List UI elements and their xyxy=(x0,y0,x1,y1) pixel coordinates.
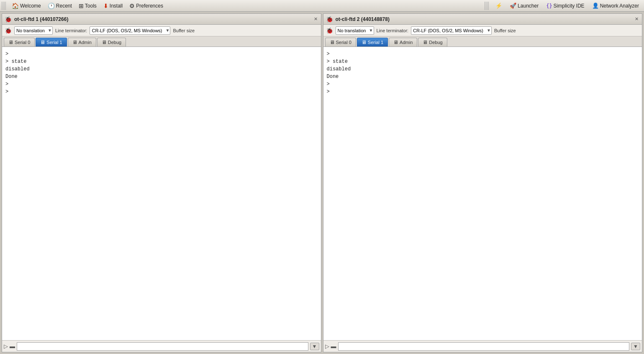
panel-1-translation-select[interactable]: No translation xyxy=(14,26,53,35)
panel-2-tab-serial0-label: Serial 0 xyxy=(336,40,352,45)
p2-debug-icon: 🖥 xyxy=(423,39,428,45)
panel-1-tab-serial0-label: Serial 0 xyxy=(15,40,30,45)
panel-2-tab-serial1[interactable]: 🖥 Serial 1 xyxy=(357,38,388,47)
launcher-button[interactable]: 🚀 Launcher xyxy=(506,2,542,10)
panel-1-titlebar: 🐞 ot-cli-ftd 1 (440107266) ✕ xyxy=(2,14,321,25)
welcome-button[interactable]: 🏠 Welcome xyxy=(8,2,44,10)
panel-2-input-dropdown[interactable]: ▼ xyxy=(631,343,640,350)
network-analyzer-label: Network Analyzer xyxy=(600,3,639,9)
panel-2-tab-serial1-label: Serial 1 xyxy=(368,40,383,45)
panel-1-lineterm-select[interactable]: CR-LF (DOS, OS/2, MS Windows) LF (Unix) … xyxy=(90,26,170,35)
panel-1-lineterm-wrapper: CR-LF (DOS, OS/2, MS Windows) LF (Unix) … xyxy=(90,26,170,35)
panel-2-tab-debug[interactable]: 🖥 Debug xyxy=(418,38,447,47)
tools-button[interactable]: ⊞ Tools xyxy=(75,2,100,10)
lightning-icon: ⚡ xyxy=(495,3,502,9)
panel-2-toolbar: 🐞 No translation ▼ Line terminator: CR-L… xyxy=(323,25,642,36)
panel-2-bufsize-label: Buffer size xyxy=(494,28,516,33)
panel-1-input-field[interactable] xyxy=(17,342,308,351)
simplicity-ide-label: Simplicity IDE xyxy=(554,3,585,9)
panel-1-device-icon: 🐞 xyxy=(5,16,12,23)
clock-icon: 🕐 xyxy=(48,3,55,9)
panel-1: 🐞 ot-cli-ftd 1 (440107266) ✕ 🐞 No transl… xyxy=(2,13,321,352)
install-label: Install xyxy=(110,3,123,9)
panel-2-titlebar: 🐞 ot-cli-ftd 2 (440148878) ✕ xyxy=(323,14,642,25)
panel-2-input-bar: ▷ ▬ ▼ xyxy=(323,340,642,352)
panel-1-tab-serial1[interactable]: 🖥 Serial 1 xyxy=(36,38,67,47)
network-icon: 👤 xyxy=(592,3,599,9)
panel-2-input-field[interactable] xyxy=(338,342,630,351)
panel-1-close-button[interactable]: ✕ xyxy=(313,16,318,22)
panel-1-toolbar: 🐞 No translation ▼ Line terminator: CR-L… xyxy=(2,25,321,36)
panel-2-translation-select[interactable]: No translation xyxy=(336,26,374,35)
toolbar-grip-right xyxy=(485,2,490,10)
home-icon: 🏠 xyxy=(12,3,19,9)
braces-icon: {} xyxy=(546,3,552,9)
panel-1-prompt-icon: ▷ xyxy=(4,343,8,349)
panel-2-device-icon: 🐞 xyxy=(326,16,333,23)
panel-2-title: ot-cli-ftd 2 (440148878) xyxy=(336,16,632,22)
panel-2-translation-wrapper: No translation ▼ xyxy=(336,26,374,35)
launcher-icon-button[interactable]: ⚡ xyxy=(492,2,505,10)
panel-2-close-button[interactable]: ✕ xyxy=(634,16,639,22)
panel-2-tabs: 🖥 Serial 0 🖥 Serial 1 🖥 Admin 🖥 Debug xyxy=(323,36,642,47)
main-toolbar: 🏠 Welcome 🕐 Recent ⊞ Tools ⬇ Install ⚙ P… xyxy=(0,0,644,12)
recent-label: Recent xyxy=(56,3,72,9)
panel-1-tab-debug-label: Debug xyxy=(108,40,121,45)
panel-1-terminal[interactable]: > > state disabled Done > > xyxy=(2,47,321,340)
panel-2-tab-debug-label: Debug xyxy=(429,40,442,45)
panel-1-input-bar: ▷ ▬ ▼ xyxy=(2,340,321,352)
panel-1-tab-admin[interactable]: 🖥 Admin xyxy=(68,38,96,47)
serial0-icon: 🖥 xyxy=(8,39,13,45)
panel-2-translate-icon: 🐞 xyxy=(326,27,333,34)
admin-icon: 🖥 xyxy=(72,39,77,45)
install-button[interactable]: ⬇ Install xyxy=(100,2,126,10)
welcome-label: Welcome xyxy=(20,3,41,9)
p2-serial1-icon: 🖥 xyxy=(362,39,367,45)
main-area: 🐞 ot-cli-ftd 1 (440107266) ✕ 🐞 No transl… xyxy=(0,12,644,354)
panel-1-tabs: 🖥 Serial 0 🖥 Serial 1 🖥 Admin 🖥 Debug xyxy=(2,36,321,47)
serial1-icon: 🖥 xyxy=(40,39,45,45)
panel-2-terminal[interactable]: > > state disabled Done > > xyxy=(323,47,642,340)
tools-label: Tools xyxy=(85,3,97,9)
preferences-label: Preferences xyxy=(136,3,163,9)
panel-1-input-dropdown[interactable]: ▼ xyxy=(310,343,319,350)
gear-icon: ⚙ xyxy=(129,3,135,9)
panel-2-lineterm-wrapper: CR-LF (DOS, OS/2, MS Windows) LF (Unix) … xyxy=(411,26,492,35)
recent-button[interactable]: 🕐 Recent xyxy=(44,2,75,10)
panel-1-lineterm-label: Line terminator: xyxy=(55,28,87,33)
simplicity-ide-button[interactable]: {} Simplicity IDE xyxy=(543,2,588,10)
panel-2-tab-admin-label: Admin xyxy=(400,40,413,45)
panel-1-translate-icon: 🐞 xyxy=(5,27,12,34)
p2-admin-icon: 🖥 xyxy=(393,39,398,45)
grid-icon: ⊞ xyxy=(79,3,84,9)
panel-2: 🐞 ot-cli-ftd 2 (440148878) ✕ 🐞 No transl… xyxy=(323,13,643,352)
panel-2-lineterm-label: Line terminator: xyxy=(377,28,408,33)
p2-serial0-icon: 🖥 xyxy=(330,39,335,45)
panel-1-tab-serial1-label: Serial 1 xyxy=(46,40,62,45)
panel-1-terminal-icon: ▬ xyxy=(10,343,15,349)
launcher-label: Launcher xyxy=(518,3,539,9)
panel-2-tab-serial0[interactable]: 🖥 Serial 0 xyxy=(325,38,356,47)
download-icon: ⬇ xyxy=(103,3,108,9)
toolbar-grip-left xyxy=(2,2,7,10)
panel-2-tab-admin[interactable]: 🖥 Admin xyxy=(389,38,417,47)
panel-2-lineterm-select[interactable]: CR-LF (DOS, OS/2, MS Windows) LF (Unix) … xyxy=(411,26,492,35)
panel-1-tab-debug[interactable]: 🖥 Debug xyxy=(97,38,126,47)
toolbar-right-area: ⚡ 🚀 Launcher {} Simplicity IDE 👤 Network… xyxy=(485,2,642,10)
panel-1-translation-wrapper: No translation ▼ xyxy=(14,26,53,35)
panel-2-terminal-icon: ▬ xyxy=(331,343,336,349)
preferences-button[interactable]: ⚙ Preferences xyxy=(126,2,167,10)
rocket-icon: 🚀 xyxy=(510,3,516,9)
panel-1-tab-admin-label: Admin xyxy=(79,40,92,45)
panel-1-title: ot-cli-ftd 1 (440107266) xyxy=(14,16,310,22)
network-analyzer-button[interactable]: 👤 Network Analyzer xyxy=(589,2,642,10)
panel-1-tab-serial0[interactable]: 🖥 Serial 0 xyxy=(4,38,35,47)
panel-1-bufsize-label: Buffer size xyxy=(173,28,195,33)
debug-icon: 🖥 xyxy=(102,39,107,45)
panel-2-prompt-icon: ▷ xyxy=(325,343,329,349)
